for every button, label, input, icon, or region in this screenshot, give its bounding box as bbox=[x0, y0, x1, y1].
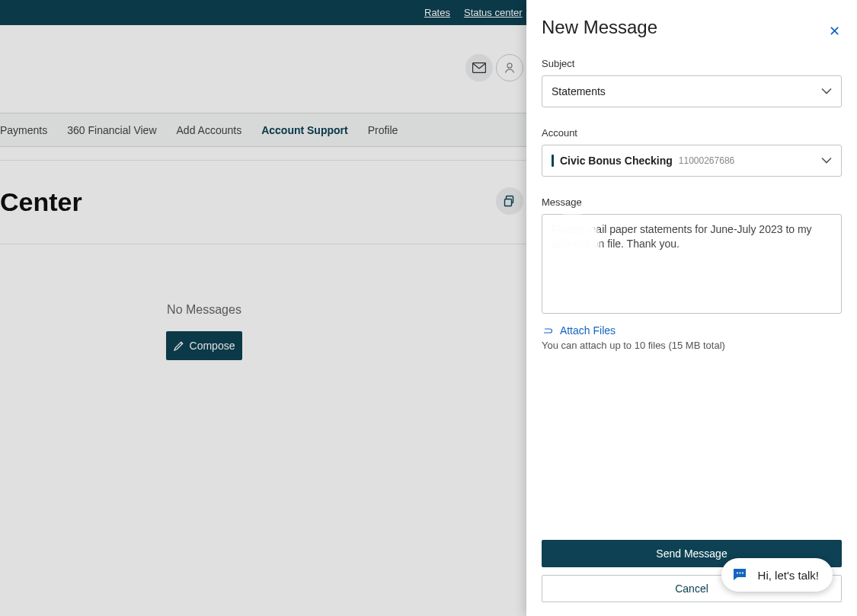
nav-add-accounts[interactable]: Add Accounts bbox=[177, 124, 242, 136]
new-message-panel: New Message ✕ Subject Statements Account… bbox=[526, 0, 857, 616]
no-messages-text: No Messages bbox=[0, 303, 408, 317]
account-number: 11000267686 bbox=[679, 155, 734, 166]
profile-avatar-icon[interactable] bbox=[496, 54, 523, 81]
nav-account-support[interactable]: Account Support bbox=[261, 124, 348, 136]
chat-widget[interactable]: Hi, let's talk! bbox=[721, 558, 833, 592]
chevron-down-icon bbox=[821, 88, 832, 95]
rates-link[interactable]: Rates bbox=[424, 7, 450, 18]
subject-label: Subject bbox=[542, 58, 842, 69]
account-name: Civic Bonus Checking bbox=[560, 155, 673, 167]
messages-icon[interactable] bbox=[465, 54, 493, 81]
attach-hint: You can attach up to 10 files (15 MB tot… bbox=[542, 340, 842, 351]
attach-files-link[interactable]: Attach Files bbox=[560, 324, 616, 337]
compose-label: Compose bbox=[190, 340, 235, 352]
compose-button[interactable]: Compose bbox=[166, 331, 242, 360]
subject-value: Statements bbox=[552, 85, 606, 97]
chat-text: Hi, let's talk! bbox=[758, 569, 819, 582]
nav-360-financial-view[interactable]: 360 Financial View bbox=[67, 124, 156, 136]
copy-icon[interactable] bbox=[496, 187, 523, 215]
panel-title: New Message bbox=[542, 17, 842, 38]
account-label: Account bbox=[542, 127, 842, 139]
subject-select[interactable]: Statements bbox=[542, 75, 842, 107]
svg-point-5 bbox=[739, 572, 740, 573]
svg-point-6 bbox=[742, 572, 743, 573]
message-textarea[interactable] bbox=[542, 214, 842, 314]
page-title: Center bbox=[0, 187, 82, 217]
message-label: Message bbox=[542, 196, 842, 208]
close-icon[interactable]: ✕ bbox=[829, 23, 840, 40]
nav-profile[interactable]: Profile bbox=[368, 124, 398, 136]
svg-point-1 bbox=[507, 63, 512, 68]
chevron-down-icon bbox=[821, 158, 832, 164]
account-color-pill bbox=[552, 155, 554, 167]
account-select[interactable]: Civic Bonus Checking 11000267686 bbox=[542, 145, 842, 177]
svg-point-4 bbox=[737, 572, 738, 573]
chat-icon bbox=[729, 564, 750, 586]
pencil-icon bbox=[174, 341, 184, 351]
nav-payments[interactable]: Payments bbox=[0, 124, 47, 136]
status-center-link[interactable]: Status center bbox=[464, 7, 523, 18]
svg-rect-3 bbox=[505, 199, 512, 206]
paperclip-icon bbox=[542, 324, 557, 337]
